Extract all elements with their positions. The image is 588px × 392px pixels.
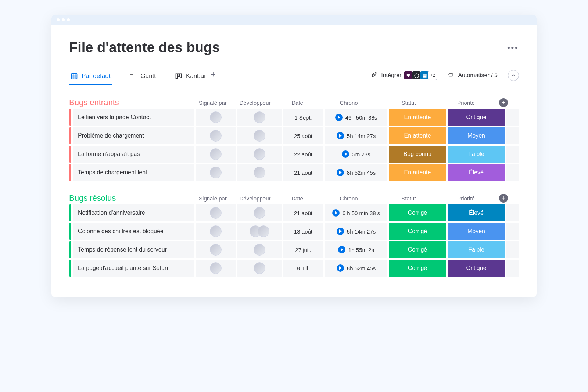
date-cell[interactable]: 21 août	[283, 204, 323, 221]
avatar[interactable]	[254, 148, 265, 160]
date-cell[interactable]: 22 août	[283, 146, 323, 163]
col-header-reported[interactable]: Signalé par	[193, 195, 233, 202]
play-icon[interactable]	[335, 114, 343, 121]
priority-cell[interactable]: Faible	[448, 146, 505, 163]
col-header-status[interactable]: Statut	[380, 195, 437, 202]
col-header-priority[interactable]: Priorité	[437, 100, 495, 106]
col-header-status[interactable]: Statut	[380, 100, 437, 106]
task-name-cell[interactable]: Le lien vers la page Contact	[73, 109, 194, 126]
avatar[interactable]	[254, 207, 265, 219]
group-title[interactable]: Bugs résolus	[69, 193, 193, 203]
play-icon[interactable]	[337, 264, 344, 272]
col-header-developer[interactable]: Développeur	[233, 195, 277, 202]
play-icon[interactable]	[337, 228, 344, 235]
col-header-chrono[interactable]: Chrono	[318, 195, 380, 202]
reported-by-cell[interactable]	[196, 146, 236, 163]
add-column-button[interactable]: +	[499, 194, 508, 203]
status-cell[interactable]: Corrigé	[389, 241, 446, 258]
avatar[interactable]	[254, 244, 265, 256]
chrono-cell[interactable]: 46h 50m 38s	[325, 109, 387, 126]
play-icon[interactable]	[337, 169, 344, 176]
developer-cell[interactable]	[237, 241, 282, 258]
developer-cell[interactable]	[237, 260, 282, 277]
status-cell[interactable]: Corrigé	[389, 223, 446, 240]
priority-cell[interactable]: Moyen	[448, 127, 505, 144]
reported-by-cell[interactable]	[196, 109, 236, 126]
avatar[interactable]	[254, 167, 265, 178]
avatar[interactable]	[254, 262, 265, 274]
table-row[interactable]: Problème de chargement 25 août 5h 14m 27…	[69, 127, 519, 144]
table-row[interactable]: Le lien vers la page Contact 1 Sept. 46h…	[69, 109, 519, 126]
chrono-cell[interactable]: 5h 14m 27s	[325, 127, 387, 144]
priority-cell[interactable]: Critique	[448, 260, 505, 277]
reported-by-cell[interactable]	[196, 260, 236, 277]
table-row[interactable]: Temps de chargement lent 21 août 8h 52m …	[69, 164, 519, 181]
group-title[interactable]: Bugs entrants	[69, 98, 193, 107]
date-cell[interactable]: 27 juil.	[283, 241, 323, 258]
more-options-button[interactable]: •••	[507, 43, 519, 53]
automate-button[interactable]: Automatiser / 5	[448, 71, 498, 79]
col-header-reported[interactable]: Signalé par	[193, 100, 233, 106]
task-name-cell[interactable]: La forme n'apparaît pas	[73, 146, 194, 163]
play-icon[interactable]	[342, 150, 349, 158]
col-header-developer[interactable]: Développeur	[233, 100, 277, 106]
developer-cell[interactable]	[237, 109, 282, 126]
task-name-cell[interactable]: Notification d'anniversaire	[73, 204, 194, 221]
date-cell[interactable]: 13 août	[283, 223, 323, 240]
table-row[interactable]: Colonne des chiffres est bloquée 13 août…	[69, 223, 519, 240]
view-tab-gantt[interactable]: Gantt	[128, 69, 157, 85]
status-cell[interactable]: En attente	[389, 164, 446, 181]
chrono-cell[interactable]: 6 h 50 min 38 s	[325, 204, 387, 221]
table-row[interactable]: Temps de réponse lent du serveur 27 juil…	[69, 241, 519, 258]
status-cell[interactable]: Bug connu	[389, 146, 446, 163]
chrono-cell[interactable]: 1h 55m 2s	[325, 241, 387, 258]
collapse-toolbar-button[interactable]	[508, 70, 519, 81]
chrono-cell[interactable]: 8h 52m 45s	[325, 260, 387, 277]
integrate-button[interactable]: Intégrer ✱ ◯ ▦ +2	[371, 71, 437, 80]
play-icon[interactable]	[338, 246, 345, 253]
avatar[interactable]	[254, 130, 265, 142]
col-header-date[interactable]: Date	[277, 195, 318, 202]
date-cell[interactable]: 25 août	[283, 127, 323, 144]
date-cell[interactable]: 1 Sept.	[283, 109, 323, 126]
col-header-date[interactable]: Date	[277, 100, 318, 106]
table-row[interactable]: Notification d'anniversaire 21 août 6 h …	[69, 204, 519, 221]
reported-by-cell[interactable]	[196, 127, 236, 144]
priority-cell[interactable]: Moyen	[448, 223, 505, 240]
chrono-cell[interactable]: 8h 52m 45s	[325, 164, 387, 181]
date-cell[interactable]: 21 août	[283, 164, 323, 181]
task-name-cell[interactable]: Colonne des chiffres est bloquée	[73, 223, 194, 240]
reported-by-cell[interactable]	[196, 223, 236, 240]
table-row[interactable]: La page d'accueil plante sur Safari 8 ju…	[69, 260, 519, 277]
reported-by-cell[interactable]	[196, 204, 236, 221]
play-icon[interactable]	[332, 209, 340, 217]
add-column-button[interactable]: +	[499, 98, 508, 107]
task-name-cell[interactable]: Temps de chargement lent	[73, 164, 194, 181]
task-name-cell[interactable]: Problème de chargement	[73, 127, 194, 144]
developer-cell[interactable]	[237, 146, 282, 163]
priority-cell[interactable]: Élevé	[448, 164, 505, 181]
status-cell[interactable]: Corrigé	[389, 260, 446, 277]
developer-cell[interactable]	[237, 223, 282, 240]
developer-cell[interactable]	[237, 204, 282, 221]
integration-more-count[interactable]: +2	[428, 71, 437, 80]
priority-cell[interactable]: Élevé	[448, 204, 505, 221]
chrono-cell[interactable]: 5m 23s	[325, 146, 387, 163]
col-header-priority[interactable]: Priorité	[437, 195, 495, 202]
avatar-pair[interactable]	[250, 225, 269, 237]
reported-by-cell[interactable]	[196, 164, 236, 181]
priority-cell[interactable]: Critique	[448, 109, 505, 126]
reported-by-cell[interactable]	[196, 241, 236, 258]
avatar[interactable]	[254, 111, 265, 123]
status-cell[interactable]: En attente	[389, 109, 446, 126]
view-tab-kanban[interactable]: Kanban	[173, 69, 209, 85]
developer-cell[interactable]	[237, 164, 282, 181]
developer-cell[interactable]	[237, 127, 282, 144]
chrono-cell[interactable]: 5h 14m 27s	[325, 223, 387, 240]
add-view-button[interactable]: ＋	[209, 69, 217, 85]
table-row[interactable]: La forme n'apparaît pas 22 août 5m 23s B…	[69, 146, 519, 163]
view-tab-grid[interactable]: Par défaut	[69, 69, 112, 85]
priority-cell[interactable]: Faible	[448, 241, 505, 258]
task-name-cell[interactable]: Temps de réponse lent du serveur	[73, 241, 194, 258]
col-header-chrono[interactable]: Chrono	[318, 100, 380, 106]
